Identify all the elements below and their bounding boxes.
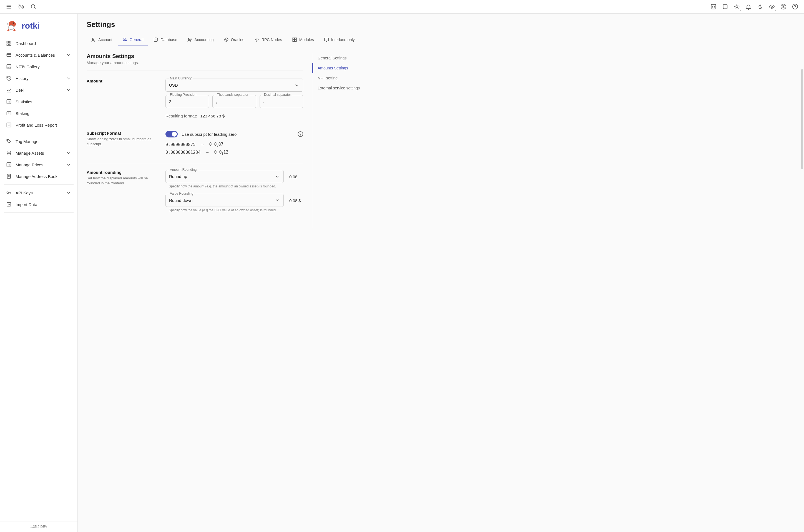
decimal-separator-input[interactable]: [260, 95, 303, 108]
side-link-general[interactable]: General Settings: [312, 53, 373, 63]
topbar: [0, 0, 804, 14]
sidebar-item-staking[interactable]: Staking: [2, 108, 75, 119]
sidebar-item-accounts[interactable]: Accounts & Balances: [2, 49, 75, 61]
resulting-value: 123,456.78 $: [200, 114, 225, 118]
note-icon[interactable]: [722, 3, 728, 10]
svg-rect-36: [293, 40, 294, 42]
menu-toggle-button[interactable]: [5, 3, 12, 10]
main-currency-select[interactable]: USD: [166, 79, 303, 92]
tab-interface-only[interactable]: Interface-only: [320, 34, 359, 46]
value-rounding-field[interactable]: Value Rounding Round down: [166, 194, 284, 207]
svg-point-21: [7, 151, 11, 152]
chevron-down-icon: [66, 52, 71, 58]
decimal-separator-field: Decimal separator: [260, 95, 303, 108]
svg-point-26: [93, 38, 94, 40]
sidebar-item-label: Tag Manager: [16, 139, 40, 144]
thousands-separator-field: Thousands separator: [212, 95, 256, 108]
help-icon[interactable]: [792, 3, 799, 10]
floating-precision-input[interactable]: [166, 95, 209, 108]
tab-account[interactable]: Account: [87, 34, 117, 46]
thousands-separator-input[interactable]: [212, 95, 256, 108]
chevron-down-icon: [66, 150, 71, 156]
side-link-nft[interactable]: NFT setting: [312, 73, 373, 83]
page-title: Settings: [87, 20, 795, 29]
account-icon[interactable]: [780, 3, 787, 10]
sidebar-item-nfts[interactable]: NFTs Gallery: [2, 61, 75, 73]
svg-point-3: [736, 5, 738, 7]
section-subtitle: Manage your amount settings.: [87, 60, 303, 65]
tab-label: Interface-only: [331, 37, 355, 42]
sidebar-item-label: Manage Prices: [16, 163, 43, 167]
sidebar-item-manage-assets[interactable]: Manage Assets: [2, 147, 75, 159]
field-label: Value Rounding: [169, 192, 195, 195]
sidebar-item-label: API Keys: [16, 190, 33, 195]
main-currency-field[interactable]: Main Currency USD: [166, 79, 303, 92]
sidebar-item-label: History: [16, 76, 28, 81]
svg-rect-11: [7, 41, 8, 43]
sidebar-item-label: Manage Assets: [16, 151, 44, 155]
cloud-off-icon[interactable]: [18, 3, 24, 10]
amount-rounding-field[interactable]: Amount Rounding Round up: [166, 170, 284, 183]
tab-general[interactable]: General: [118, 34, 148, 46]
svg-point-10: [8, 25, 14, 30]
scrollbar[interactable]: [801, 69, 803, 169]
field-label: Floating Precision: [169, 93, 197, 97]
help-icon[interactable]: ?: [298, 131, 303, 137]
sidebar-item-tag-manager[interactable]: Tag Manager: [2, 135, 75, 147]
brand[interactable]: rotki: [0, 14, 77, 37]
sidebar-item-address-book[interactable]: Manage Address Book: [2, 170, 75, 182]
currency-icon[interactable]: [757, 3, 764, 10]
sidebar-item-defi[interactable]: DeFi: [2, 84, 75, 96]
svg-point-33: [256, 41, 257, 42]
tab-accounting[interactable]: Accounting: [183, 34, 218, 46]
arrow-right-icon: →: [201, 142, 204, 147]
dev-icon[interactable]: [710, 3, 717, 10]
tab-oracles[interactable]: Oracles: [219, 34, 249, 46]
example-from: 0.000000001234: [166, 150, 200, 155]
sidebar-item-import-data[interactable]: Import Data: [2, 198, 75, 210]
subscript-row: Subscript Format Show leading zeros in s…: [87, 129, 303, 163]
tab-label: Modules: [299, 37, 314, 42]
field-hint: Specify how the value (e.g the FIAT valu…: [169, 208, 284, 213]
sidebar-item-statistics[interactable]: Statistics: [2, 96, 75, 108]
sidebar-item-label: Accounts & Balances: [16, 53, 55, 57]
tab-modules[interactable]: Modules: [288, 34, 319, 46]
sidebar-item-api-keys[interactable]: API Keys: [2, 187, 75, 198]
side-link-amounts[interactable]: Amounts Settings: [312, 63, 373, 73]
section-title: Amounts Settings: [87, 53, 303, 59]
row-subtitle: Set how the displayed amounts will be ro…: [87, 176, 159, 186]
resulting-label: Resulting format:: [166, 114, 197, 118]
sidebar-item-manage-prices[interactable]: Manage Prices: [2, 159, 75, 170]
svg-point-9: [13, 22, 14, 24]
version-label: 1.35.2.DEV: [0, 521, 77, 532]
sidebar: rotki Dashboard Accounts & Balances NFTs…: [0, 14, 78, 532]
svg-point-32: [225, 38, 228, 41]
amount-rounding-select[interactable]: Round up: [166, 170, 284, 183]
svg-point-20: [7, 140, 8, 141]
side-link-external[interactable]: External service settings: [312, 83, 373, 93]
sidebar-item-dashboard[interactable]: Dashboard: [2, 37, 75, 49]
svg-point-6: [783, 5, 784, 7]
amount-rounding-example: 0.08: [289, 170, 303, 179]
sidebar-item-history[interactable]: History: [2, 73, 75, 84]
sidebar-item-label: Import Data: [16, 202, 37, 207]
value-rounding-select[interactable]: Round down: [166, 194, 284, 207]
search-button[interactable]: [30, 3, 37, 10]
amount-row: Amount Main Currency USD Floating Precis…: [87, 76, 303, 124]
tab-label: Account: [98, 37, 112, 42]
field-hint: Specify how the amount (e.g. the amount …: [169, 184, 284, 189]
subscript-toggle[interactable]: [166, 131, 178, 137]
example-from: 0.0000000875: [166, 142, 195, 147]
svg-point-0: [31, 5, 35, 8]
field-label: Amount Rounding: [169, 168, 198, 172]
chevron-down-icon: [739, 9, 742, 12]
tab-label: Oracles: [231, 37, 244, 42]
chevron-down-icon: [66, 87, 71, 93]
tab-label: RPC Nodes: [262, 37, 282, 42]
svg-point-29: [154, 38, 157, 39]
tab-rpc-nodes[interactable]: RPC Nodes: [250, 34, 287, 46]
tab-database[interactable]: Database: [149, 34, 181, 46]
sidebar-item-pnl[interactable]: Profit and Loss Report: [2, 119, 75, 131]
notifications-icon[interactable]: [745, 3, 752, 10]
field-label: Main Currency: [169, 76, 193, 80]
